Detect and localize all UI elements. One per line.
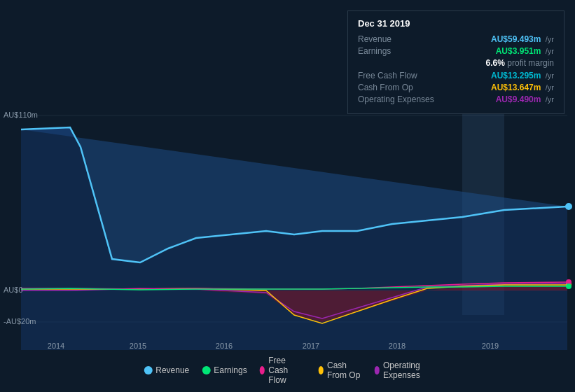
tooltip-earnings-unit: /yr xyxy=(546,47,554,55)
legend-earnings-dot xyxy=(202,366,210,374)
legend-earnings-label: Earnings xyxy=(214,365,247,375)
tooltip-date: Dec 31 2019 xyxy=(358,18,554,29)
legend-cashfromop-dot xyxy=(318,366,324,374)
legend-cashfromop-label: Cash From Op xyxy=(327,360,361,380)
chart-container: AU$110m AU$0 -AU$20m 2014 2015 2016 2017… xyxy=(0,0,575,392)
legend-revenue-dot xyxy=(144,366,152,374)
y-label-zero: AU$0 xyxy=(4,286,23,294)
tooltip-cashfromop-label: Cash From Op xyxy=(358,83,442,92)
svg-point-9 xyxy=(566,284,571,289)
profit-margin: 6.6% profit margin xyxy=(358,58,554,68)
chart-legend: Revenue Earnings Free Cash Flow Cash Fro… xyxy=(144,356,431,385)
legend-earnings[interactable]: Earnings xyxy=(202,365,247,375)
tooltip-earnings-value: AU$3.951m xyxy=(496,46,541,56)
tooltip-cashfromop-value: AU$13.647m xyxy=(491,83,541,92)
x-label-2017: 2017 xyxy=(303,342,319,350)
tooltip-fcf-unit: /yr xyxy=(546,71,554,80)
x-label-2019: 2019 xyxy=(482,342,499,350)
tooltip-cashfromop-unit: /yr xyxy=(546,83,554,92)
tooltip-earnings-label: Earnings xyxy=(358,46,442,56)
tooltip-card: Dec 31 2019 Revenue AU$59.493m /yr Earni… xyxy=(347,10,564,114)
legend-revenue[interactable]: Revenue xyxy=(144,365,189,375)
y-label-top: AU$110m xyxy=(4,111,38,119)
y-label-bottom: -AU$20m xyxy=(4,317,36,326)
tooltip-cashfromop-row: Cash From Op AU$13.647m /yr xyxy=(358,83,554,92)
tooltip-fcf-row: Free Cash Flow AU$13.295m /yr xyxy=(358,71,554,80)
tooltip-opex-label: Operating Expenses xyxy=(358,94,442,104)
tooltip-earnings-row: Earnings AU$3.951m /yr xyxy=(358,46,554,56)
tooltip-revenue-unit: /yr xyxy=(546,35,554,43)
svg-point-5 xyxy=(565,203,572,210)
legend-fcf-label: Free Cash Flow xyxy=(268,356,305,385)
tooltip-opex-value: AU$9.490m xyxy=(496,94,541,104)
tooltip-fcf-label: Free Cash Flow xyxy=(358,71,442,80)
tooltip-revenue-value: AU$59.493m xyxy=(491,34,541,44)
tooltip-opex-unit: /yr xyxy=(546,95,554,104)
tooltip-revenue-label: Revenue xyxy=(358,34,442,44)
legend-cashfromop[interactable]: Cash From Op xyxy=(318,360,361,380)
tooltip-opex-row: Operating Expenses AU$9.490m /yr xyxy=(358,94,554,104)
tooltip-revenue-row: Revenue AU$59.493m /yr xyxy=(358,34,554,44)
legend-fcf-dot xyxy=(260,366,265,374)
legend-opex-dot xyxy=(374,366,380,374)
x-label-2014: 2014 xyxy=(48,342,64,350)
x-label-2018: 2018 xyxy=(389,342,406,350)
legend-revenue-label: Revenue xyxy=(155,365,189,375)
legend-opex[interactable]: Operating Expenses xyxy=(374,360,431,380)
legend-fcf[interactable]: Free Cash Flow xyxy=(260,356,306,385)
tooltip-fcf-value: AU$13.295m xyxy=(491,71,541,80)
legend-opex-label: Operating Expenses xyxy=(383,360,431,380)
x-label-2015: 2015 xyxy=(130,342,146,350)
x-label-2016: 2016 xyxy=(216,342,233,350)
